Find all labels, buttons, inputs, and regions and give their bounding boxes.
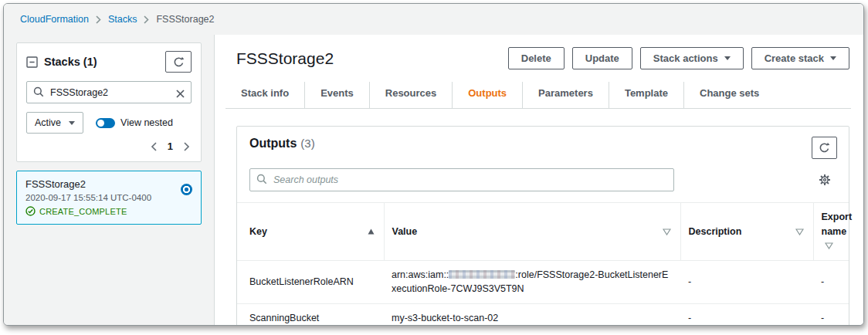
table-settings-gear-icon[interactable] [819,174,837,186]
output-key: ScanningBucket [237,303,384,326]
page-number[interactable]: 1 [168,140,173,152]
filter-down-icon[interactable] [663,228,673,235]
toggle-label: View nested [120,117,173,128]
column-header-key[interactable]: Key [237,203,384,261]
output-row-scanning-bucket[interactable]: ScanningBucket my-s3-bucket-to-scan-02 -… [237,303,849,326]
column-header-description[interactable]: Description [680,203,813,261]
outputs-count: (3) [300,137,314,150]
refresh-stacks-button[interactable] [165,51,192,73]
output-key: BucketListenerRoleARN [237,261,384,303]
refresh-outputs-button[interactable] [812,137,837,159]
breadcrumb-current: FSSStorage2 [156,14,214,25]
stacks-pagination: 1 [26,140,192,152]
tab-outputs[interactable]: Outputs [452,82,522,108]
output-value: arn:aws:iam:::role/FSSStorage2-BucketLis… [384,261,680,303]
view-nested-toggle[interactable]: View nested [96,117,173,128]
page-prev-icon[interactable] [151,142,157,151]
page-title: FSSStorage2 [236,49,334,68]
filter-down-icon[interactable] [795,228,805,235]
tab-resources[interactable]: Resources [369,82,452,108]
stack-list-item[interactable]: FSSStorage2 2020-09-17 15:55:14 UTC-0400… [16,171,202,225]
caret-down-icon [830,56,836,60]
stack-name: FSSStorage2 [25,178,192,190]
column-header-export-name[interactable]: Export name [813,203,849,261]
collapse-icon[interactable] [26,56,38,68]
page-next-icon[interactable] [184,142,190,151]
tab-parameters[interactable]: Parameters [522,82,609,108]
refresh-icon [173,56,185,68]
stack-actions-dropdown-button[interactable]: Stack actions [640,47,744,69]
sort-ascending-icon[interactable] [368,228,376,235]
tab-template[interactable]: Template [609,82,683,108]
filter-down-icon[interactable] [825,242,833,249]
caret-down-icon [724,56,731,60]
stack-created-timestamp: 2020-09-17 15:55:14 UTC-0400 [25,193,192,202]
sidebar-title: Stacks (1) [44,56,97,68]
stack-detail-area: FSSStorage2 Delete Update Stack actions … [215,35,863,325]
tab-stack-info[interactable]: Stack info [225,82,304,108]
clear-search-icon[interactable] [176,87,185,101]
redacted-account-id [449,270,515,279]
tab-events[interactable]: Events [304,82,369,108]
stacks-sidebar: Stacks (1) [4,35,215,325]
chevron-right-icon [144,15,149,24]
outputs-panel: Outputs (3) [236,126,849,326]
outputs-table: Key Value [237,202,849,326]
check-circle-icon [25,206,36,216]
create-stack-dropdown-button[interactable]: Create stack [751,47,849,69]
breadcrumb: CloudFormation Stacks FSSStorage2 [4,4,863,35]
update-button[interactable]: Update [572,47,632,69]
tab-change-sets[interactable]: Change sets [683,82,775,108]
output-description: - [680,261,813,303]
caret-down-icon [69,121,75,125]
outputs-title: Outputs [249,137,297,151]
chevron-right-icon [96,15,101,24]
stack-tabs: Stack info Events Resources Outputs Para… [225,82,851,109]
stack-radio-selected[interactable] [181,184,192,195]
stacks-search-input[interactable] [26,81,192,103]
search-icon [256,174,267,188]
output-value: my-s3-bucket-to-scan-02 [384,303,680,326]
refresh-icon [819,142,830,154]
stack-status-text: CREATE_COMPLETE [39,207,127,216]
outputs-search-input[interactable] [249,168,674,191]
column-header-value[interactable]: Value [384,203,680,261]
delete-button[interactable]: Delete [508,47,565,69]
output-export-name: - [813,303,849,326]
breadcrumb-stacks[interactable]: Stacks [108,14,137,25]
status-filter-dropdown[interactable]: Active [26,112,83,134]
toggle-on-icon [96,118,115,128]
output-export-name: - [813,261,849,303]
cloudformation-window: CloudFormation Stacks FSSStorage2 Stacks… [3,3,864,326]
stacks-list-panel: Stacks (1) [16,42,202,162]
search-icon [33,86,44,100]
breadcrumb-cloudformation[interactable]: CloudFormation [20,14,89,25]
output-description: - [680,303,813,326]
output-row-bucket-listener[interactable]: BucketListenerRoleARN arn:aws:iam:::role… [237,261,849,303]
